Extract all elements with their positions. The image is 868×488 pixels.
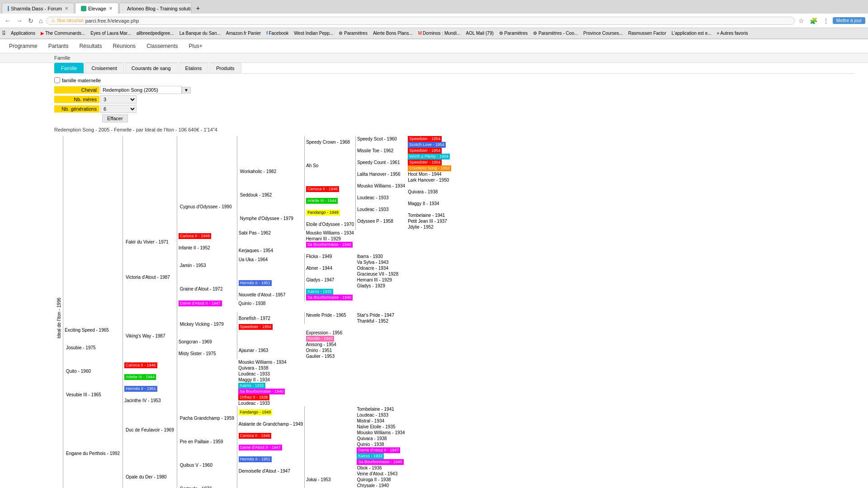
tag-arlette2: Arlette III - 1944 xyxy=(124,374,156,380)
nav-plus[interactable]: Plus+ xyxy=(184,40,207,52)
tab-icon-sharmila xyxy=(8,6,9,11)
page-content: Programme Partants Résultats Réunions Cl… xyxy=(0,39,868,488)
bookmark-eyes[interactable]: Eyes of Laura Mar... xyxy=(88,30,133,36)
bookmark-appli[interactable]: L'application est e... xyxy=(669,30,713,36)
reload-button[interactable]: ↻ xyxy=(26,16,35,25)
tab-famille[interactable]: Famille xyxy=(54,63,84,73)
update-button[interactable]: Mettre à jour xyxy=(833,17,865,24)
bookmark-dominos[interactable]: MDominos : Mundi... xyxy=(416,30,463,36)
bookmark-allbreed[interactable]: allbreedpedigree... xyxy=(134,30,176,36)
tab-arloneo[interactable]: Arloneo Blog - Training soluti... ✕ xyxy=(119,3,192,14)
horse-info: Redemption Song - 2005 - Femelle - par I… xyxy=(54,127,854,132)
back-button[interactable]: ← xyxy=(3,16,13,25)
nav-reunions[interactable]: Réunions xyxy=(108,40,140,52)
bookmark-rasmussen[interactable]: Rasmussen Factor xyxy=(626,30,669,36)
tag-kairos1: Kairos - 1932 xyxy=(306,289,333,295)
bookmark-params3[interactable]: ⚙ Paramètres - Coo... xyxy=(531,30,580,36)
tag-kairos2: Kairos - 1932 xyxy=(238,383,265,389)
tag-sabourbonnaise4: Sa Bourbonnaise - 1940 xyxy=(357,459,403,465)
bookmark-label: Eyes of Laura Mar... xyxy=(90,31,131,36)
tab-label-sharmila: Sharmila Dass - Forum xyxy=(11,6,62,11)
bookmark-params2[interactable]: ⚙ Paramètres xyxy=(497,30,530,36)
bookmark-params1[interactable]: ⚙ Paramètres xyxy=(336,30,369,36)
bookmark-westindian[interactable]: West Indian Pepp... xyxy=(292,30,335,36)
bookmark-amazon[interactable]: Amazon.fr Panier xyxy=(224,30,263,36)
url-bar[interactable]: ⚠ Non sécurisé parci.free.fr/elevage.php xyxy=(46,17,794,25)
tab-elevage[interactable]: Elevage ✕ xyxy=(75,3,118,14)
tab-close-sharmila[interactable]: ✕ xyxy=(65,6,68,11)
address-bar: ← → ↻ ⌂ ⚠ Non sécurisé parci.free.fr/ele… xyxy=(0,14,868,28)
home-button[interactable]: ⌂ xyxy=(37,16,44,25)
tree-table: Ideal de l'Iton - 1996 Speedy Crown - 19… xyxy=(54,136,453,488)
tag-sabourbonnaise1: Sa Bourbonnaise - 1940 xyxy=(306,242,353,248)
bookmark-communards[interactable]: ▶The Communards... xyxy=(38,30,87,36)
tab-sharmila[interactable]: Sharmila Dass - Forum ✕ xyxy=(2,3,74,14)
bookmark-label: L'application est e... xyxy=(671,31,711,36)
forward-button[interactable]: → xyxy=(14,16,24,25)
tab-label-arloneo: Arloneo Blog - Training soluti... xyxy=(127,6,192,11)
nav-classements[interactable]: Classements xyxy=(142,40,182,52)
spacer-label xyxy=(54,117,99,119)
tree-row: Ideal de l'Iton - 1996 Speedy Crown - 19… xyxy=(54,136,453,142)
famille-maternelle-checkbox[interactable] xyxy=(54,77,60,83)
bookmark-label: Rasmussen Factor xyxy=(628,31,666,36)
nb-generations-label: Nb. générations xyxy=(54,105,99,113)
effacer-button[interactable]: Effacer xyxy=(102,114,128,122)
tag-fandango1: Fandango - 1949 xyxy=(306,210,340,216)
nb-meres-row: Nb. mères 3245 xyxy=(54,95,854,103)
tab-courants[interactable]: Courants de sang xyxy=(125,63,178,73)
bookmark-applications[interactable]: Applications xyxy=(9,30,38,36)
bookmark-label: Applications xyxy=(11,31,35,36)
bookmark-star[interactable]: ☆ xyxy=(797,16,806,25)
bookmark-province[interactable]: Province Courses... xyxy=(581,30,625,36)
tag-sabourbonnaise3: Sa Bourbonnaise - 1940 xyxy=(238,389,285,394)
cheval-input[interactable] xyxy=(100,86,182,94)
main-nav: Programme Partants Résultats Réunions Cl… xyxy=(0,39,868,53)
bookmark-aol[interactable]: AOL Mail (79) xyxy=(463,30,495,36)
tab-label-elevage: Elevage xyxy=(88,6,106,11)
bookmark-label: AOL Mail (79) xyxy=(466,31,493,36)
bookmark-label: Dominos : Mundi... xyxy=(423,31,460,36)
tab-croisement[interactable]: Croisement xyxy=(85,63,123,73)
tag-dameatout1: Dame d'Atout II - 1947 xyxy=(179,300,222,306)
tag-kairos3: Kairos - 1932 xyxy=(357,453,384,459)
tag-fandango2: Fandango - 1949 xyxy=(239,409,273,415)
tag-speedster4: Speedster - 1954 xyxy=(239,324,273,330)
tab-etalons[interactable]: Etalons xyxy=(179,63,209,73)
breadcrumb-text: Famille xyxy=(54,55,70,61)
tag-scotchlove: Scotch Love - 1954 xyxy=(408,142,446,148)
bookmark-alertebons[interactable]: Alerte Bons Plans... xyxy=(371,30,415,36)
bookmark-facebook[interactable]: fFacebook xyxy=(264,30,291,36)
bookmark-banque[interactable]: La Banque du San... xyxy=(177,30,223,36)
nav-plus-label: Plus+ xyxy=(189,43,202,49)
tab-close-elevage[interactable]: ✕ xyxy=(109,6,113,11)
new-tab-button[interactable]: + xyxy=(193,3,203,14)
extensions-btn[interactable]: 🧩 xyxy=(808,16,819,25)
bookmark-label: La Banque du San... xyxy=(179,31,221,36)
form-area: Cheval ▼ Nb. mères 3245 Nb. générations … xyxy=(54,86,854,122)
bookmark-label: West Indian Pepp... xyxy=(294,31,333,36)
apps-icon: ⠿ xyxy=(2,30,6,37)
bookmark-autres[interactable]: » Autres favoris xyxy=(715,30,750,36)
bookmark-label: ⚙ Paramètres - Coo... xyxy=(533,31,578,36)
tab-produits[interactable]: Produits xyxy=(209,63,241,73)
cheval-dropdown[interactable]: ▼ xyxy=(182,87,191,94)
content-tabs: Famille Croisement Courants de sang Etal… xyxy=(54,63,854,74)
nav-programme[interactable]: Programme xyxy=(5,40,42,52)
nav-partants[interactable]: Partants xyxy=(44,40,73,52)
effacer-row: Effacer xyxy=(54,114,854,122)
tree-row: Josubie - 1975 Songcran - 1969 Rondin - … xyxy=(54,336,453,342)
tree-row: Engane du Perthois - 1992 Duc de Feulavo… xyxy=(54,406,453,412)
menu-btn[interactable]: ⋮ xyxy=(821,16,831,25)
nb-meres-label: Nb. mères xyxy=(54,96,99,103)
tag-speedster1: Speedster - 1954 xyxy=(408,136,442,142)
bookmark-label: ⚙ Paramètres xyxy=(339,31,367,36)
bookmark-label: The Communards... xyxy=(45,31,85,36)
dominos-icon: M xyxy=(418,31,422,36)
nb-generations-select[interactable]: 6578 xyxy=(100,105,137,113)
nav-resultats[interactable]: Résultats xyxy=(75,40,106,52)
url-text: parci.free.fr/elevage.php xyxy=(85,18,139,23)
bookmark-label: Province Courses... xyxy=(583,31,623,36)
nb-meres-select[interactable]: 3245 xyxy=(100,95,137,103)
bookmark-label: Alerte Bons Plans... xyxy=(373,31,413,36)
